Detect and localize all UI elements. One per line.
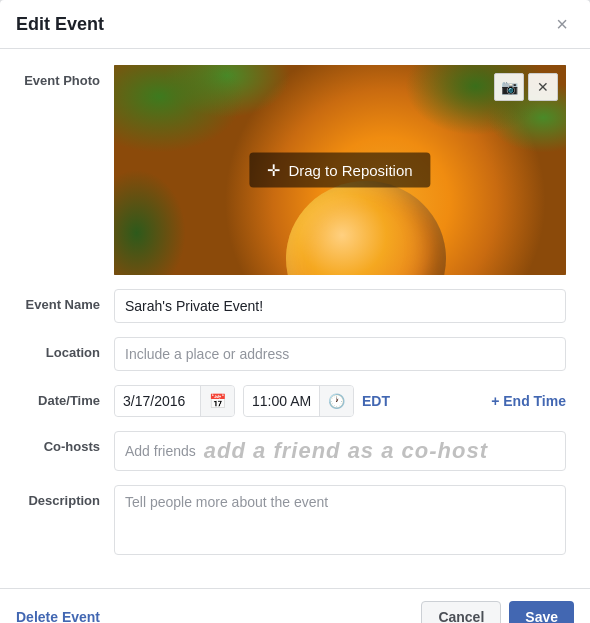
change-photo-button[interactable]: 📷 (494, 73, 524, 101)
location-row: Location (24, 337, 566, 371)
datetime-label: Date/Time (24, 385, 114, 408)
event-name-label: Event Name (24, 289, 114, 312)
close-button[interactable]: × (550, 12, 574, 36)
footer-buttons: Cancel Save (421, 601, 574, 623)
save-button[interactable]: Save (509, 601, 574, 623)
location-input[interactable] (114, 337, 566, 371)
cancel-button[interactable]: Cancel (421, 601, 501, 623)
cohost-label: Co-hosts (24, 431, 114, 454)
cohost-hint-text: add a friend as a co-host (204, 438, 488, 464)
location-wrap (114, 337, 566, 371)
event-name-input[interactable] (114, 289, 566, 323)
edit-event-modal: Edit Event × Event Photo 📷 ✕ (0, 0, 590, 623)
event-name-wrap (114, 289, 566, 323)
photo-wrap: 📷 ✕ ✛ Drag to Reposition (114, 65, 566, 275)
camera-icon: 📷 (501, 79, 518, 95)
datetime-inputs: 📅 🕐 EDT + End Time (114, 385, 566, 417)
photo-container[interactable]: 📷 ✕ ✛ Drag to Reposition (114, 65, 566, 275)
cohost-add-friends-label: Add friends (125, 443, 196, 459)
time-input-wrap: 🕐 (243, 385, 354, 417)
modal-footer: Delete Event Cancel Save (0, 588, 590, 623)
modal-header: Edit Event × (0, 0, 590, 49)
photo-row: Event Photo 📷 ✕ ✛ Drag to Repositio (24, 65, 566, 275)
photo-action-buttons: 📷 ✕ (494, 73, 558, 101)
add-end-time-link[interactable]: + End Time (491, 393, 566, 409)
close-icon: ✕ (537, 79, 549, 95)
photo-label: Event Photo (24, 65, 114, 88)
timezone-label[interactable]: EDT (362, 393, 390, 409)
cohost-wrap: Add friends add a friend as a co-host (114, 431, 566, 471)
modal-title: Edit Event (16, 14, 104, 35)
remove-photo-button[interactable]: ✕ (528, 73, 558, 101)
location-label: Location (24, 337, 114, 360)
cohost-input-area[interactable]: Add friends add a friend as a co-host (114, 431, 566, 471)
description-input[interactable] (114, 485, 566, 555)
datetime-row: Date/Time 📅 🕐 EDT + End Time (24, 385, 566, 417)
date-input[interactable] (115, 386, 200, 416)
delete-event-link[interactable]: Delete Event (16, 609, 100, 623)
description-wrap (114, 485, 566, 558)
description-row: Description (24, 485, 566, 558)
calendar-icon[interactable]: 📅 (200, 386, 234, 416)
modal-body: Event Photo 📷 ✕ ✛ Drag to Repositio (0, 49, 590, 588)
datetime-wrap: 📅 🕐 EDT + End Time (114, 385, 566, 417)
description-label: Description (24, 485, 114, 508)
cohost-row: Co-hosts Add friends add a friend as a c… (24, 431, 566, 471)
time-input[interactable] (244, 386, 319, 416)
clock-icon[interactable]: 🕐 (319, 386, 353, 416)
event-name-row: Event Name (24, 289, 566, 323)
date-input-wrap: 📅 (114, 385, 235, 417)
